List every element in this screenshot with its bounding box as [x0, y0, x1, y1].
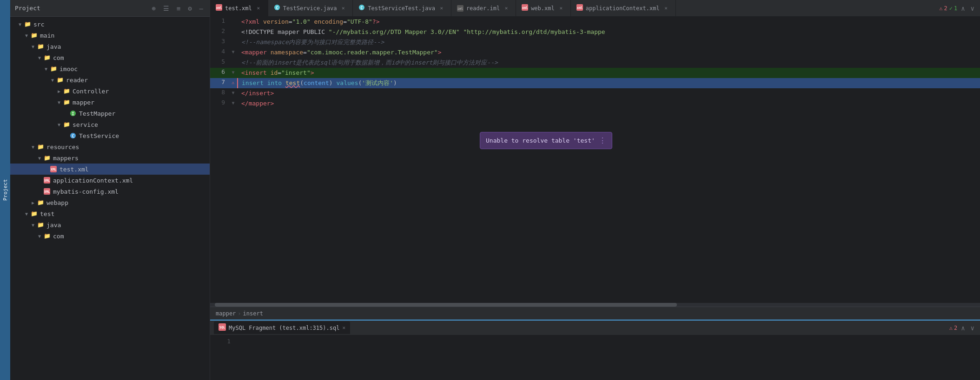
nav-down-btn[interactable]: ∨: [969, 4, 976, 13]
line-gutter: [234, 337, 243, 345]
tree-item-controller[interactable]: ▶ 📁 Controller: [10, 85, 210, 97]
bottom-tab-label: MySQL Fragment (test.xml:315).sql: [229, 325, 339, 331]
bottom-nav-up[interactable]: ∧: [959, 323, 967, 333]
line-number: 1: [210, 17, 229, 27]
tree-item-testservice[interactable]: C TestService: [10, 130, 210, 141]
tree-item-java[interactable]: ▼ 📁 java: [10, 41, 210, 52]
svg-text:xml: xml: [522, 6, 528, 10]
tab-testservicetest-java[interactable]: C TestServiceTest.java ✕: [353, 0, 451, 17]
folder-icon: 📁: [30, 32, 38, 39]
bottom-nav-down[interactable]: ∨: [969, 323, 976, 333]
bottom-tab-close-icon[interactable]: ✕: [342, 325, 345, 331]
tree-item-test-xml[interactable]: XML test.xml: [10, 164, 210, 175]
code-table: 1 <?xml version="1.0" encoding="UTF-8"?>…: [210, 17, 980, 109]
tab-label: test.xml: [225, 5, 252, 12]
fold-icon[interactable]: ▼: [230, 69, 237, 76]
sidebar: Project ⊕ ☰ ≡ ⚙ — ▼ 📁 src ▼ 📁 main ▼ 📁 j…: [10, 0, 210, 380]
table-row: 1 <?xml version="1.0" encoding="UTF-8"?>: [210, 17, 980, 27]
tree-item-imooc[interactable]: ▼ 📁 imooc: [10, 63, 210, 74]
bottom-content[interactable]: 1: [210, 335, 980, 380]
table-row: 8 ▼ </insert>: [210, 88, 980, 98]
tree-item-test[interactable]: ▼ 📁 test: [10, 208, 210, 219]
tree-item-mappers[interactable]: ▼ 📁 mappers: [10, 152, 210, 164]
tab-close-icon[interactable]: ✕: [662, 5, 670, 12]
project-tab[interactable]: Project: [0, 0, 10, 380]
tab-close-icon[interactable]: ✕: [503, 5, 510, 12]
fold-icon[interactable]: ▼: [230, 90, 237, 96]
xml-tab-icon: xml: [576, 4, 583, 12]
line-gutter: ▼: [229, 88, 238, 98]
tree-item-java-test[interactable]: ▼ 📁 java: [10, 219, 210, 230]
tree-arrow: [62, 132, 69, 139]
tab-appcontext-xml[interactable]: xml applicationContext.xml ✕: [571, 0, 676, 17]
tab-web-xml[interactable]: xml web.xml ✕: [516, 0, 571, 17]
expand-icon[interactable]: ≡: [175, 4, 182, 13]
line-code: <!--namespace内容要为与接口对应完整类路径-->: [238, 37, 980, 47]
error-popup-text: Unable to resolve table 'test': [486, 137, 595, 144]
tree-item-mybatis[interactable]: XML mybatis-config.xml: [10, 186, 210, 197]
locate-icon[interactable]: ⊕: [150, 4, 157, 13]
folder-icon: 📁: [43, 232, 51, 240]
line-code: <!--前面的insert是代表此sql语句用于数据新增，而id中的insert…: [238, 58, 980, 68]
tree-item-webapp[interactable]: ▶ 📁 webapp: [10, 197, 210, 208]
fold-icon[interactable]: ▼: [230, 100, 237, 106]
scrollbar-thumb[interactable]: [215, 303, 677, 307]
settings-icon[interactable]: ⚙: [186, 4, 193, 13]
tab-close-icon[interactable]: ✕: [255, 5, 262, 12]
sidebar-title: Project: [15, 5, 146, 12]
svg-text:xml: xml: [216, 6, 222, 10]
breadcrumb-bar: mapper › insert: [210, 307, 980, 320]
fold-icon[interactable]: ▼: [230, 49, 237, 55]
line-gutter: [229, 17, 238, 27]
tab-reader-iml[interactable]: iml reader.iml ✕: [451, 0, 516, 17]
horizontal-scrollbar[interactable]: [210, 303, 980, 307]
line-number: 1: [216, 337, 234, 345]
tree-item-src[interactable]: ▼ 📁 src: [10, 19, 210, 30]
tree-item-reader[interactable]: ▼ 📁 reader: [10, 74, 210, 85]
table-row: 3 <!--namespace内容要为与接口对应完整类路径-->: [210, 37, 980, 47]
tab-label: TestServiceTest.java: [368, 5, 435, 12]
breadcrumb-insert[interactable]: insert: [243, 310, 263, 317]
popup-more-options[interactable]: ⋮: [599, 136, 606, 145]
line-code: <?xml version="1.0" encoding="UTF-8"?>: [238, 17, 980, 27]
tree-label: applicationContext.xml: [53, 177, 133, 184]
tab-close-icon[interactable]: ✕: [438, 5, 445, 12]
collapse-icon[interactable]: ☰: [161, 4, 171, 13]
tree-label: TestMapper: [79, 110, 115, 117]
tree-arrow: [36, 188, 43, 195]
tree-item-main[interactable]: ▼ 📁 main: [10, 30, 210, 41]
folder-icon: 📁: [36, 199, 45, 206]
tree-item-com-test[interactable]: ▼ 📁 com: [10, 230, 210, 242]
tree-label: com: [53, 54, 64, 61]
tab-close-icon[interactable]: ✕: [339, 5, 347, 12]
line-number: 4: [210, 47, 229, 58]
tree-item-testmapper[interactable]: I TestMapper: [10, 108, 210, 119]
svg-text:XML: XML: [51, 168, 57, 171]
sidebar-actions: ⊕ ☰ ≡ ⚙ —: [150, 4, 205, 13]
nav-up-btn[interactable]: ∧: [959, 4, 967, 13]
table-row: 2 <!DOCTYPE mapper PUBLIC "-//mybatis.or…: [210, 27, 980, 37]
bottom-error-badge: ⚠ 2: [949, 325, 957, 331]
folder-src-icon: 📁: [36, 43, 45, 50]
breadcrumb-separator: ›: [238, 310, 241, 317]
tab-close-icon[interactable]: ✕: [557, 5, 565, 12]
error-popup: Unable to resolve table 'test' ⋮: [480, 132, 612, 149]
tree-item-com[interactable]: ▼ 📁 com: [10, 52, 210, 63]
line-code: insert into test(content) values('测试内容'): [238, 78, 980, 88]
tab-test-xml[interactable]: xml test.xml ✕: [210, 0, 268, 17]
bottom-tab-mysql[interactable]: SQL MySQL Fragment (test.xml:315).sql ✕: [214, 321, 350, 334]
line-number: 9: [210, 98, 229, 109]
tree-arrow: ▼: [36, 54, 43, 61]
tree-arrow: ▼: [56, 121, 62, 128]
table-row: 5 <!--前面的insert是代表此sql语句用于数据新增，而id中的inse…: [210, 58, 980, 68]
breadcrumb-mapper[interactable]: mapper: [216, 310, 236, 317]
tree-item-appcontext[interactable]: XML applicationContext.xml: [10, 175, 210, 186]
tree-item-mapper[interactable]: ▼ 📁 mapper: [10, 97, 210, 108]
code-editor[interactable]: 1 <?xml version="1.0" encoding="UTF-8"?>…: [210, 17, 980, 303]
tree-label: mapper: [73, 99, 94, 106]
tree-item-service[interactable]: ▼ 📁 service: [10, 119, 210, 130]
tab-testservice-java[interactable]: C TestService.java ✕: [268, 0, 353, 17]
tab-label: reader.iml: [466, 5, 500, 12]
tree-item-resources[interactable]: ▼ 📁 resources: [10, 141, 210, 152]
close-sidebar-icon[interactable]: —: [198, 4, 205, 13]
